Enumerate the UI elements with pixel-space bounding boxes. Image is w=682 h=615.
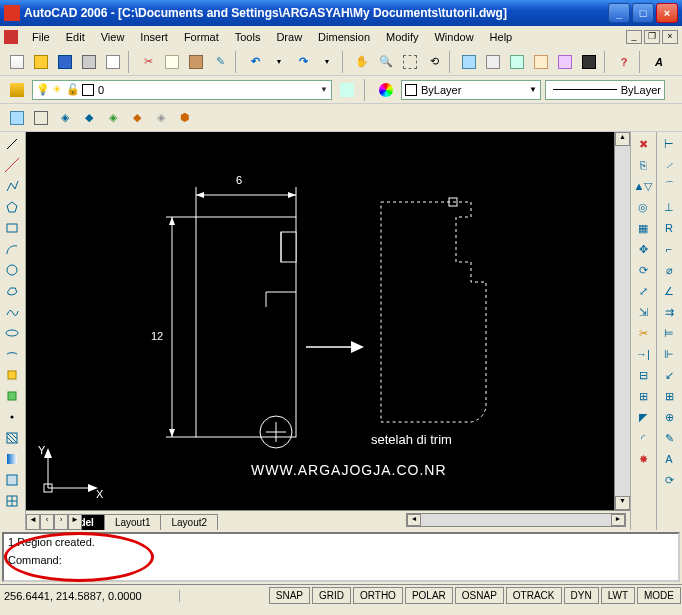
lwt-toggle[interactable]: LWT [601,587,635,604]
revcloud-button[interactable] [2,281,22,301]
plot-button[interactable] [78,51,100,73]
dim-tolerance-button[interactable]: ⊞ [659,386,679,406]
mdi-close-button[interactable]: × [662,30,678,44]
close-button[interactable]: × [656,3,678,23]
array-button[interactable]: ▦ [633,218,653,238]
join-button[interactable]: ⊞ [633,386,653,406]
zoom-window-button[interactable] [399,51,421,73]
cut-button[interactable]: ✂ [137,51,159,73]
polygon-button[interactable] [2,197,22,217]
menu-edit[interactable]: Edit [58,29,93,45]
rotate-button[interactable]: ⟳ [633,260,653,280]
dim-quick-button[interactable]: ⇉ [659,302,679,322]
scale-button[interactable]: ⤢ [633,281,653,301]
view-front-button[interactable]: ◈ [150,107,172,129]
view-iso-nw-button[interactable]: ◆ [126,107,148,129]
linetype-dropdown[interactable]: ByLayer [545,80,665,100]
sheetset-button[interactable] [530,51,552,73]
ellipse-arc-button[interactable] [2,344,22,364]
dim-aligned-button[interactable]: ⟋ [659,155,679,175]
tab-layout1[interactable]: Layout1 [104,514,162,530]
explode-button[interactable]: ✸ [633,449,653,469]
otrack-toggle[interactable]: OTRACK [506,587,562,604]
layer-dropdown[interactable]: 💡 ☀ 🔓 0 ▼ [32,80,332,100]
erase-button[interactable]: ✖ [633,134,653,154]
menu-tools[interactable]: Tools [227,29,269,45]
dim-continue-button[interactable]: ⊩ [659,344,679,364]
view-3d-button[interactable]: ⬢ [174,107,196,129]
horizontal-scrollbar[interactable]: ◄ ► [406,513,626,527]
menu-modify[interactable]: Modify [378,29,426,45]
dim-angular-button[interactable]: ∠ [659,281,679,301]
zoom-realtime-button[interactable]: 🔍 [375,51,397,73]
designcenter-button[interactable] [482,51,504,73]
color-dropdown[interactable]: ByLayer ▼ [401,80,541,100]
view-top-button[interactable] [30,107,52,129]
grid-toggle[interactable]: GRID [312,587,351,604]
preview-button[interactable] [102,51,124,73]
quickcalc-button[interactable] [578,51,600,73]
tab-prev-button[interactable]: ‹ [40,514,54,530]
drawing-canvas[interactable]: 6 12 setelah di trim WWW.ARGAJOGJA.CO.NR… [26,132,630,510]
pan-button[interactable]: ✋ [351,51,373,73]
open-button[interactable] [30,51,52,73]
construction-line-button[interactable] [2,155,22,175]
scroll-up-button[interactable]: ▲ [615,132,630,146]
mirror-button[interactable]: ▲▽ [633,176,653,196]
zoom-previous-button[interactable]: ⟲ [423,51,445,73]
dim-radius-button[interactable]: R [659,218,679,238]
undo-list-button[interactable]: ▼ [268,51,290,73]
view-iso-sw-button[interactable]: ◈ [54,107,76,129]
dim-leader-button[interactable]: ↙ [659,365,679,385]
menu-help[interactable]: Help [482,29,521,45]
copy-button[interactable] [161,51,183,73]
extend-button[interactable]: →| [633,344,653,364]
dim-diameter-button[interactable]: ⌀ [659,260,679,280]
command-window[interactable]: 1 Region created. Command: [2,532,680,582]
menu-draw[interactable]: Draw [268,29,310,45]
mdi-restore-button[interactable]: ❐ [644,30,660,44]
ortho-toggle[interactable]: ORTHO [353,587,403,604]
coordinate-display[interactable]: 256.6441, 214.5887, 0.0000 [0,590,180,602]
dim-edit-button[interactable]: ✎ [659,428,679,448]
menu-view[interactable]: View [93,29,133,45]
redo-button[interactable]: ↷ [292,51,314,73]
dim-update-button[interactable]: ⟳ [659,470,679,490]
stretch-button[interactable]: ⇲ [633,302,653,322]
scroll-down-button[interactable]: ▼ [615,496,630,510]
line-button[interactable] [2,134,22,154]
polyline-button[interactable] [2,176,22,196]
menu-dimension[interactable]: Dimension [310,29,378,45]
match-props-button[interactable]: ✎ [209,51,231,73]
text-button[interactable]: A [648,51,670,73]
properties-button[interactable] [458,51,480,73]
hatch-button[interactable] [2,428,22,448]
snap-toggle[interactable]: SNAP [269,587,310,604]
menu-window[interactable]: Window [426,29,481,45]
view-iso-se-button[interactable]: ◆ [78,107,100,129]
dyn-toggle[interactable]: DYN [564,587,599,604]
tab-layout2[interactable]: Layout2 [160,514,218,530]
copy-obj-button[interactable]: ⎘ [633,155,653,175]
trim-button[interactable]: ✂ [633,323,653,343]
tab-first-button[interactable]: ◄ [26,514,40,530]
minimize-button[interactable]: _ [608,3,630,23]
chamfer-button[interactable]: ◤ [633,407,653,427]
menu-insert[interactable]: Insert [132,29,176,45]
dim-arc-button[interactable]: ⌒ [659,176,679,196]
tool-palettes-button[interactable] [506,51,528,73]
redo-list-button[interactable]: ▼ [316,51,338,73]
dim-jogged-button[interactable]: ⌐ [659,239,679,259]
fillet-button[interactable]: ◜ [633,428,653,448]
layer-manager-button[interactable] [6,79,28,101]
region-button[interactable] [2,470,22,490]
dim-ordinate-button[interactable]: ⊥ [659,197,679,217]
dim-baseline-button[interactable]: ⊨ [659,323,679,343]
tab-last-button[interactable]: ► [68,514,82,530]
help-button[interactable]: ? [613,51,635,73]
vertical-scrollbar[interactable]: ▲ ▼ [614,132,630,510]
view-iso-ne-button[interactable]: ◈ [102,107,124,129]
move-button[interactable]: ✥ [633,239,653,259]
dim-tedit-button[interactable]: A [659,449,679,469]
point-button[interactable] [2,407,22,427]
